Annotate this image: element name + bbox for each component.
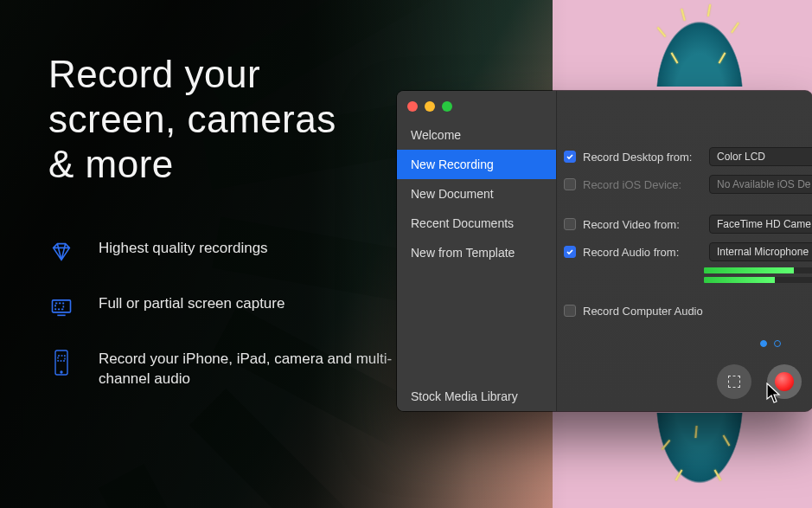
record-computer-audio-row: Record Computer Audio [557,299,812,323]
feature-item: Record your iPhone, iPad, camera and mul… [48,350,394,389]
diamond-icon [48,239,74,265]
feature-item: Full or partial screen capture [48,294,394,320]
crop-region-button[interactable] [717,364,751,399]
record-desktop-row: Record Desktop from: Color LCD [557,145,812,169]
record-computer-audio-label: Record Computer Audio [583,305,703,318]
traffic-lights [397,98,556,120]
headline: Record your screen, cameras & more [48,52,394,187]
pager-dots [760,340,781,347]
sidebar-item-label: Stock Media Library [411,389,518,403]
record-video-select[interactable]: FaceTime HD Came [709,215,812,234]
record-ios-select[interactable]: No Available iOS De [709,175,812,194]
record-icon [775,372,794,391]
recording-panel: Record Desktop from: Color LCD Record iO… [557,91,812,411]
sidebar-item-label: Welcome [411,128,461,142]
record-desktop-checkbox[interactable] [564,151,576,163]
app-window: Welcome New Recording New Document Recen… [397,91,812,411]
feature-text: Record your iPhone, iPad, camera and mul… [99,350,394,389]
sidebar-item-stock-media[interactable]: Stock Media Library [397,382,556,411]
marketing-copy: Record your screen, cameras & more Highe… [48,52,394,419]
svg-rect-1 [55,303,63,309]
record-video-row: Record Video from: FaceTime HD Came [557,212,812,236]
record-button[interactable] [767,364,802,399]
sidebar-item-label: Recent Documents [411,216,514,230]
record-audio-label: Record Audio from: [583,246,702,259]
feature-list: Highest quality recordings Full or parti… [48,239,394,389]
crop-icon [728,376,740,388]
record-computer-audio-checkbox[interactable] [564,305,576,317]
record-video-label: Record Video from: [583,218,702,231]
svg-rect-3 [58,356,65,361]
record-video-checkbox[interactable] [564,218,576,230]
record-ios-label: Record iOS Device: [583,178,702,191]
record-audio-select[interactable]: Internal Microphone [709,242,812,261]
audio-meter [704,267,812,273]
feature-item: Highest quality recordings [48,239,394,265]
record-desktop-select[interactable]: Color LCD [709,147,812,166]
device-icon [48,350,74,376]
feature-text: Highest quality recordings [99,239,268,259]
record-ios-row: Record iOS Device: No Available iOS De [557,172,812,196]
record-ios-checkbox[interactable] [564,178,576,190]
record-audio-row: Record Audio from: Internal Microphone [557,240,812,264]
record-desktop-label: Record Desktop from: [583,151,702,164]
sidebar-item-label: New Recording [411,158,494,171]
sidebar-item-new-document[interactable]: New Document [397,179,556,209]
sidebar: Welcome New Recording New Document Recen… [397,91,557,411]
svg-point-4 [61,371,62,373]
action-buttons [717,364,802,399]
sidebar-item-new-from-template[interactable]: New from Template [397,238,556,267]
headline-line: Record your [48,52,394,97]
sidebar-item-new-recording[interactable]: New Recording [397,150,556,179]
headline-line: screen, cameras [48,97,394,142]
sidebar-item-label: New Document [411,187,494,201]
sidebar-item-welcome[interactable]: Welcome [397,120,556,150]
audio-level-meters [557,267,812,283]
close-icon[interactable] [407,101,418,112]
minimize-icon[interactable] [425,101,435,112]
sidebar-item-label: New from Template [411,246,515,260]
feature-text: Full or partial screen capture [99,294,285,314]
record-audio-checkbox[interactable] [564,246,576,258]
zoom-icon[interactable] [442,101,452,112]
headline-line: & more [48,142,394,187]
pager-dot[interactable] [774,340,781,347]
screen-icon [48,294,74,320]
sidebar-item-recent-documents[interactable]: Recent Documents [397,209,556,238]
audio-meter [704,277,812,283]
pager-dot[interactable] [760,340,767,347]
